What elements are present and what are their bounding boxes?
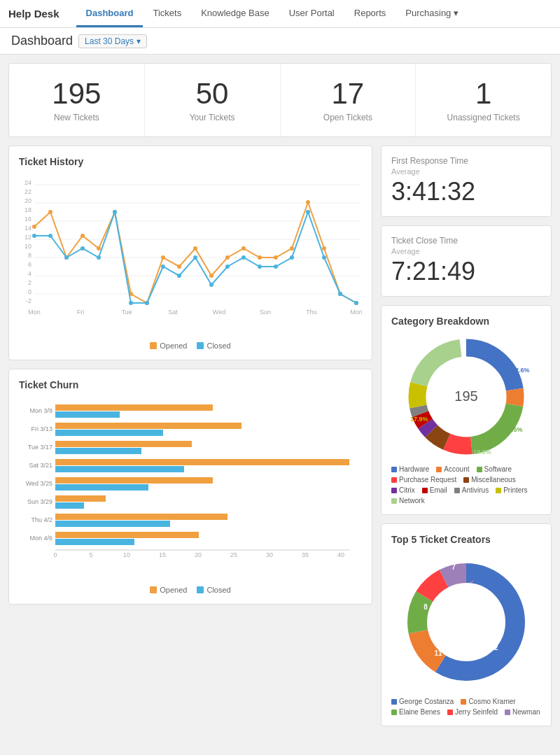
svg-point-31 (193, 246, 197, 251)
svg-point-58 (290, 255, 294, 260)
legend-opened: Opened (150, 341, 187, 350)
svg-text:4: 4 (28, 270, 31, 277)
svg-text:18: 18 (24, 206, 31, 213)
svg-point-48 (129, 301, 133, 305)
svg-point-36 (274, 255, 278, 260)
ticket-history-card: Ticket History 24 22 20 18 16 14 12 10 8… (8, 146, 372, 360)
nav-tab-user-portal[interactable]: User Portal (279, 0, 344, 27)
svg-text:Fri: Fri (77, 309, 85, 316)
svg-rect-90 (55, 521, 170, 527)
svg-text:11: 11 (434, 649, 442, 657)
svg-text:10: 10 (123, 551, 130, 558)
svg-point-59 (306, 210, 310, 214)
category-breakdown-title: Category Breakdown (391, 316, 541, 327)
svg-text:12: 12 (490, 644, 498, 651)
svg-text:12: 12 (24, 234, 31, 241)
stat-unassigned-tickets: 1 Unassigned Tickets (416, 64, 551, 136)
svg-point-45 (80, 246, 85, 251)
svg-text:Thu 4/2: Thu 4/2 (31, 516, 52, 523)
stat-new-tickets-label: New Tickets (20, 113, 133, 122)
ticket-history-chart: 24 22 20 18 16 14 12 10 8 6 4 2 0 -2 (19, 174, 362, 337)
svg-point-43 (48, 234, 52, 238)
svg-text:7: 7 (451, 563, 456, 571)
svg-point-55 (241, 255, 246, 260)
svg-point-39 (322, 246, 326, 251)
svg-rect-82 (55, 448, 141, 454)
svg-rect-86 (55, 484, 148, 491)
churn-legend-opened-dot (150, 586, 157, 593)
svg-rect-81 (55, 441, 192, 447)
svg-point-29 (161, 255, 165, 260)
svg-point-46 (97, 255, 101, 260)
svg-rect-79 (55, 423, 241, 429)
stat-new-tickets-number: 195 (20, 78, 133, 110)
svg-text:-2: -2 (26, 297, 31, 304)
svg-point-62 (354, 301, 358, 305)
stat-unassigned-tickets-label: Unassigned Tickets (427, 113, 540, 122)
svg-point-24 (80, 234, 85, 238)
svg-text:195: 195 (454, 388, 477, 404)
svg-text:54: 54 (486, 602, 495, 609)
svg-point-61 (338, 292, 342, 296)
svg-text:Sat 3/21: Sat 3/21 (29, 462, 52, 469)
svg-text:0: 0 (53, 551, 57, 558)
first-response-time-card: First Response Time Average 3:41:32 (381, 146, 552, 217)
svg-point-21 (32, 225, 36, 229)
svg-text:8: 8 (424, 603, 428, 611)
svg-text:15: 15 (159, 551, 166, 558)
svg-text:35: 35 (302, 551, 309, 558)
category-breakdown-card: Category Breakdown (381, 305, 552, 515)
svg-point-52 (193, 255, 197, 260)
svg-text:24: 24 (24, 179, 31, 186)
bar-row (55, 411, 120, 418)
first-response-time-value: 3:41:32 (391, 177, 541, 206)
svg-text:20: 20 (195, 551, 202, 558)
svg-point-35 (258, 255, 262, 260)
top-creators-donut-svg: 54 12 11 8 7 (396, 552, 536, 692)
stat-open-tickets-number: 17 (292, 78, 405, 110)
cat-legend-email: Email (422, 486, 447, 494)
page-title: Dashboard (11, 34, 73, 48)
churn-legend-closed: Closed (197, 586, 230, 594)
svg-point-47 (113, 210, 117, 214)
svg-point-50 (161, 264, 165, 269)
cat-legend-citrix: Citrix (391, 486, 415, 494)
svg-rect-83 (55, 459, 349, 465)
creator-legend-newman: Newman (505, 708, 540, 716)
stat-your-tickets: 50 Your Tickets (145, 64, 281, 136)
cat-legend-software: Software (477, 465, 512, 473)
svg-point-22 (48, 210, 52, 214)
date-filter[interactable]: Last 30 Days ▾ (78, 34, 147, 48)
nav-tab-purchasing[interactable]: Purchasing ▾ (396, 0, 468, 27)
right-column: First Response Time Average 3:41:32 Tick… (381, 146, 552, 726)
ticket-history-legend: Opened Closed (19, 341, 362, 350)
category-legend: Hardware Account Software Purchase Reque… (391, 465, 541, 504)
category-donut-svg: 195 22.6% 20.5% 19.0% 17.9% (403, 334, 529, 460)
nav-tab-dashboard[interactable]: Dashboard (76, 0, 144, 27)
svg-text:22: 22 (24, 188, 31, 195)
ticket-close-time-card: Ticket Close Time Average 7:21:49 (381, 225, 552, 297)
svg-text:25: 25 (230, 551, 237, 558)
svg-text:Tue 3/17: Tue 3/17 (28, 444, 52, 451)
churn-legend-opened-label: Opened (160, 586, 187, 594)
nav-tab-knowledge-base[interactable]: Knowledge Base (191, 0, 279, 27)
ticket-close-time-value: 7:21:49 (391, 257, 541, 286)
creator-legend-jerry: Jerry Seinfeld (447, 708, 498, 716)
creator-legend-elaine: Elaine Benes (391, 708, 440, 716)
svg-text:20.5%: 20.5% (505, 426, 523, 433)
nav-brand: Help Desk (8, 8, 59, 20)
cat-legend-purchase-request: Purchase Request (391, 476, 456, 484)
churn-legend-closed-dot (197, 586, 204, 593)
nav-tab-reports[interactable]: Reports (344, 0, 396, 27)
stat-new-tickets: 195 New Tickets (9, 64, 145, 136)
svg-point-42 (32, 234, 36, 238)
svg-text:Sun 3/29: Sun 3/29 (27, 498, 52, 505)
legend-closed: Closed (197, 341, 230, 350)
svg-point-49 (145, 301, 149, 305)
ticket-churn-svg: Mon 3/9 Fri 3/13 Tue 3/17 Sat 3/21 Wed 3… (19, 397, 362, 579)
svg-text:16: 16 (24, 216, 31, 223)
svg-text:8: 8 (28, 252, 31, 259)
ticket-close-time-sub: Average (391, 247, 541, 255)
svg-point-54 (225, 264, 230, 269)
nav-tab-tickets[interactable]: Tickets (143, 0, 191, 27)
